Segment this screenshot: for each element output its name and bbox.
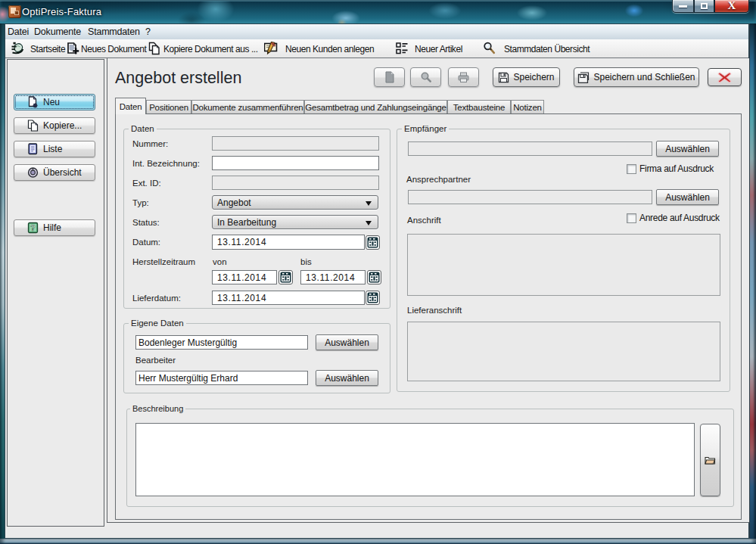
svg-text:?: ? xyxy=(30,223,35,232)
